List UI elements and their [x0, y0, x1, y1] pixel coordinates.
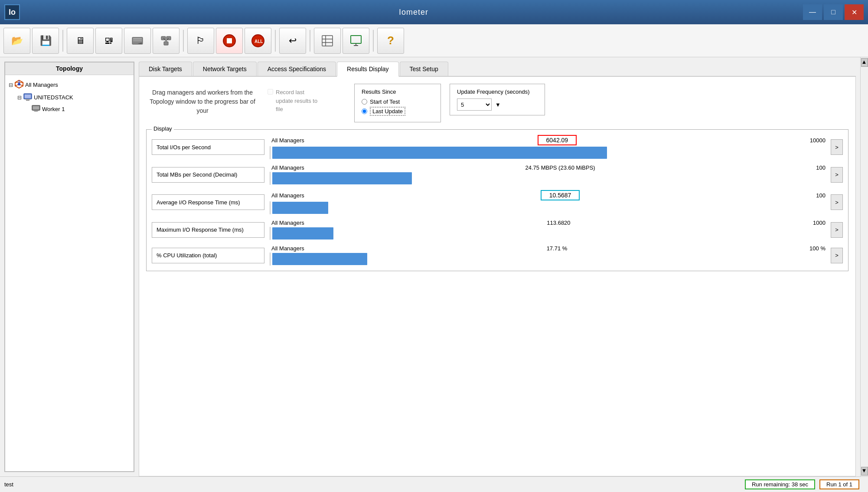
metric-info-cpu: All Managers 17.71 % 100 %	[270, 245, 827, 252]
metric-arrow-cpu[interactable]: >	[831, 248, 843, 263]
tree-item-worker1[interactable]: ▶ Worker 1	[9, 104, 130, 115]
metric-bar-total-ios	[272, 147, 607, 159]
metric-arrow-max-io[interactable]: >	[831, 222, 843, 238]
svg-rect-6	[164, 42, 168, 45]
worker-button[interactable]: 🖳	[95, 28, 122, 54]
metric-label-avg-io: Average I/O Response Time (ms)	[152, 194, 264, 210]
stop-button[interactable]	[216, 28, 243, 54]
manager-button[interactable]: 🖥	[67, 28, 94, 54]
metric-label-total-mbs: Total MBs per Second (Decimal)	[152, 167, 264, 183]
metric-info-avg-io: All Managers 10.5687 100	[270, 190, 827, 200]
flag-button[interactable]: 🏳	[187, 28, 214, 54]
tree-label-all-managers: All Managers	[25, 82, 58, 88]
expand-icon-all-managers[interactable]: ⊟	[9, 82, 13, 88]
network-button[interactable]	[153, 28, 179, 54]
maximize-button[interactable]: □	[824, 4, 843, 20]
record-checkbox[interactable]	[268, 89, 273, 95]
metric-max-total-ios: 10000	[810, 137, 826, 144]
metric-manager-avg-io: All Managers	[271, 192, 304, 199]
record-text: Record last update results to file	[276, 88, 317, 114]
metric-row-total-ios: Total I/Os per Second All Managers 6042.…	[152, 135, 843, 159]
dropdown-arrow-icon: ▼	[495, 102, 501, 108]
svg-rect-2	[133, 40, 142, 41]
toolbar-separator-4	[310, 30, 310, 52]
metric-bar-section-cpu: All Managers 17.71 % 100 %	[270, 245, 827, 266]
icon-manager	[23, 92, 32, 102]
run-remaining-badge: Run remaining: 38 sec	[745, 479, 815, 489]
svg-point-26	[18, 83, 20, 85]
display-button[interactable]	[343, 28, 369, 54]
open-button[interactable]: 📂	[3, 28, 30, 54]
icon-all-managers	[15, 80, 23, 90]
scrollbar[interactable]: ▲ ▼	[860, 57, 868, 476]
metric-manager-total-mbs: All Managers	[271, 164, 304, 171]
metric-bar-max-io	[272, 227, 333, 239]
metric-value-avg-io: 10.5687	[541, 190, 580, 200]
toolbar-separator-2	[183, 30, 184, 52]
metric-bar-container-total-mbs	[270, 172, 827, 185]
toolbar-separator-1	[62, 30, 63, 52]
bar-divider-3	[270, 201, 271, 214]
table-button[interactable]	[314, 28, 341, 54]
tab-network-targets[interactable]: Network Targets	[193, 62, 257, 76]
tree-label-worker1: Worker 1	[42, 106, 65, 112]
metric-manager-max-io: All Managers	[271, 220, 304, 226]
drag-instruction: Drag managers and workers from the Topol…	[146, 84, 259, 115]
metric-max-cpu: 100 %	[809, 245, 826, 252]
reset-button[interactable]: ↩	[279, 28, 306, 54]
svg-rect-11	[227, 38, 232, 43]
svg-rect-29	[26, 100, 29, 101]
radio-last-update[interactable]	[362, 108, 367, 114]
radio-label-start-of-test: Start of Test	[370, 98, 400, 105]
metric-bar-section-total-mbs: All Managers 24.75 MBPS (23.60 MiBPS) 10…	[270, 164, 827, 185]
metric-bar-section-total-ios: All Managers 6042.09 10000	[270, 135, 827, 159]
status-text: test	[4, 481, 745, 488]
metric-arrow-total-ios[interactable]: >	[831, 139, 843, 155]
bar-divider-4	[270, 227, 271, 240]
scroll-up-btn[interactable]: ▲	[861, 58, 868, 67]
toolbar: 📂 💾 🖥 🖳 🏳 ALL ↩ ?	[0, 24, 868, 57]
metric-bar-total-mbs	[272, 172, 412, 184]
metric-label-cpu: % CPU Utilization (total)	[152, 248, 264, 263]
tab-disk-targets[interactable]: Disk Targets	[139, 62, 192, 76]
tabs-bar: Disk Targets Network Targets Access Spec…	[139, 62, 856, 77]
metric-arrow-total-mbs[interactable]: >	[831, 167, 843, 183]
minimize-button[interactable]: —	[803, 4, 822, 20]
target-button[interactable]	[124, 28, 151, 54]
update-freq-select[interactable]: 1 2 5 10 30 60	[457, 98, 492, 111]
tree-item-unitedstack[interactable]: ⊟ UNITEDSTACK	[9, 91, 130, 104]
radio-row-start-of-test: Start of Test	[362, 98, 434, 105]
svg-rect-1	[133, 38, 142, 39]
metric-max-max-io: 1000	[813, 220, 826, 226]
svg-rect-30	[25, 99, 30, 100]
content-area: Disk Targets Network Targets Access Spec…	[139, 57, 860, 476]
tab-test-setup[interactable]: Test Setup	[400, 62, 448, 76]
metric-arrow-avg-io[interactable]: >	[831, 194, 843, 210]
metric-manager-total-ios: All Managers	[271, 137, 304, 144]
tree-item-all-managers[interactable]: ⊟ All Managers	[9, 79, 130, 91]
metric-row-max-io: Maximum I/O Response Time (ms) All Manag…	[152, 220, 843, 240]
help-button[interactable]: ?	[377, 28, 404, 54]
tab-access-specs[interactable]: Access Specifications	[258, 62, 336, 76]
radio-start-of-test[interactable]	[362, 99, 367, 105]
tree-label-unitedstack: UNITEDSTACK	[34, 94, 73, 101]
metric-manager-cpu: All Managers	[271, 245, 304, 252]
bar-divider-1	[270, 146, 271, 159]
topology-body: ⊟ All Managers ⊟	[5, 75, 134, 471]
metric-info-total-ios: All Managers 6042.09 10000	[270, 135, 827, 145]
results-since-box: Results Since Start of Test Last Update	[354, 84, 441, 122]
metric-info-total-mbs: All Managers 24.75 MBPS (23.60 MiBPS) 10…	[270, 164, 827, 171]
app-icon: Io	[4, 4, 20, 20]
expand-icon-unitedstack[interactable]: ⊟	[17, 95, 22, 101]
tab-results-display[interactable]: Results Display	[337, 62, 398, 77]
app-title: Iometer	[24, 8, 803, 17]
metric-bar-container-cpu	[270, 253, 827, 266]
results-top-row: Drag managers and workers from the Topol…	[146, 84, 848, 122]
stop-all-button[interactable]: ALL	[245, 28, 271, 54]
close-button[interactable]: ✕	[845, 4, 864, 20]
metric-bar-section-max-io: All Managers 113.6820 1000	[270, 220, 827, 240]
scroll-down-btn[interactable]: ▼	[861, 467, 868, 476]
main-layout: Topology ⊟ All Managers	[0, 57, 868, 476]
metric-bar-container-total-ios	[270, 146, 827, 159]
save-button[interactable]: 💾	[32, 28, 59, 54]
